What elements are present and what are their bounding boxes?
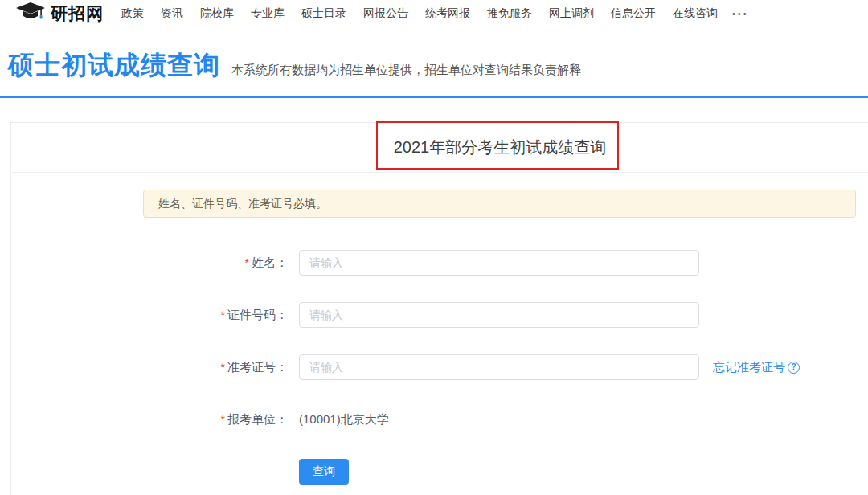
query-submit-button[interactable]: 查询 — [299, 459, 349, 485]
nav-item-master-catalog[interactable]: 硕士目录 — [301, 6, 346, 21]
form-row-submit: 查询 — [143, 459, 856, 485]
id-number-input[interactable] — [299, 302, 699, 328]
nav-item-online-consult[interactable]: 在线咨询 — [673, 6, 718, 21]
name-label: *姓名： — [143, 256, 299, 271]
nav-item-policy[interactable]: 政策 — [121, 6, 144, 21]
form-row-id-number: *证件号码： — [143, 302, 856, 328]
card-title: 2021年部分考生初试成绩查询 — [11, 123, 868, 173]
site-logo[interactable]: 研招网 — [16, 2, 104, 25]
notice-text: 姓名、证件号码、准考证号必填。 — [158, 197, 327, 211]
more-menu-icon[interactable]: ••• — [732, 9, 749, 18]
required-fields-notice: 姓名、证件号码、准考证号必填。 — [143, 190, 856, 218]
page-header: 硕士初试成绩查询 本系统所有数据均为招生单位提供，招生单位对查询结果负责解释 — [8, 48, 581, 84]
required-mark: * — [221, 413, 225, 426]
nav-item-exemption-service[interactable]: 推免服务 — [487, 6, 532, 21]
required-mark: * — [221, 309, 225, 321]
score-query-page: 研招网 政策 资讯 院校库 专业库 硕士目录 网报公告 统考网报 推免服务 网上… — [0, 0, 868, 495]
ticket-number-input[interactable] — [299, 354, 699, 380]
ticket-number-label: *准考证号： — [143, 360, 299, 375]
institution-label: *报考单位： — [143, 412, 299, 428]
graduation-cap-icon — [16, 2, 45, 25]
help-question-icon: ? — [788, 362, 800, 374]
nav-menu: 政策 资讯 院校库 专业库 硕士目录 网报公告 统考网报 推免服务 网上调剂 信… — [121, 6, 718, 21]
nav-item-registration-notice[interactable]: 网报公告 — [363, 6, 408, 21]
forgot-ticket-link[interactable]: 忘记准考证号 ? — [713, 360, 800, 375]
top-navigation: 研招网 政策 资讯 院校库 专业库 硕士目录 网报公告 统考网报 推免服务 网上… — [0, 0, 868, 27]
forgot-ticket-link-label: 忘记准考证号 — [713, 360, 785, 375]
nav-item-online-adjustment[interactable]: 网上调剂 — [549, 6, 594, 21]
brand-name: 研招网 — [51, 2, 104, 25]
required-mark: * — [221, 361, 225, 374]
nav-item-news[interactable]: 资讯 — [161, 6, 183, 21]
required-mark: * — [245, 256, 249, 269]
name-input[interactable] — [299, 250, 699, 276]
form-row-institution: *报考单位： (10001)北京大学 — [143, 407, 856, 432]
id-number-label: *证件号码： — [143, 308, 299, 323]
query-form: *姓名： *证件号码： *准考证号： 忘记准考证号 ? *报考单位： (1000… — [143, 250, 856, 495]
page-title: 硕士初试成绩查询 — [8, 48, 220, 84]
header-divider — [0, 96, 868, 98]
nav-item-college-library[interactable]: 院校库 — [200, 6, 234, 21]
nav-item-unified-exam[interactable]: 统考网报 — [425, 6, 470, 21]
form-row-ticket-number: *准考证号： 忘记准考证号 ? — [143, 354, 856, 380]
form-row-name: *姓名： — [143, 250, 856, 276]
nav-item-info-disclosure[interactable]: 信息公开 — [611, 6, 656, 21]
institution-value: (10001)北京大学 — [299, 412, 389, 428]
page-subtitle: 本系统所有数据均为招生单位提供，招生单位对查询结果负责解释 — [231, 63, 581, 78]
nav-item-major-library[interactable]: 专业库 — [251, 6, 285, 21]
